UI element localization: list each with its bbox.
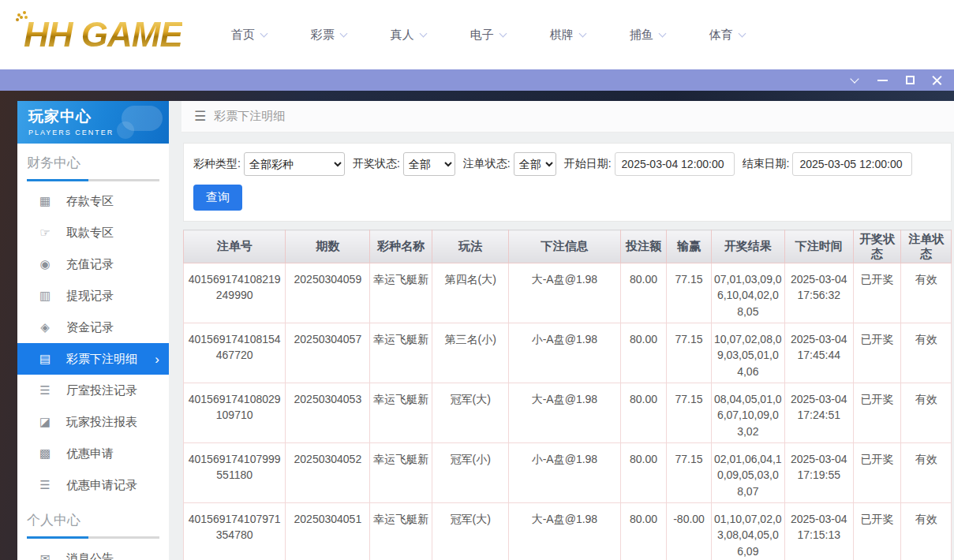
list-icon: ☰ (38, 478, 52, 492)
start-date-label: 开始日期: (564, 157, 612, 171)
table-cell: 80.00 (620, 383, 667, 443)
chevron-down-icon (339, 29, 347, 37)
sidebar-item-withdrawal-records[interactable]: ▥提现记录 (17, 280, 169, 312)
table-cell: 401569174108219249990 (184, 263, 286, 323)
maximize-icon[interactable] (904, 75, 915, 86)
end-date-label: 结束日期: (743, 157, 790, 171)
query-button[interactable]: 查询 (193, 185, 242, 211)
sidebar-item-lottery-bet-details[interactable]: ▤彩票下注明细› (17, 343, 169, 375)
sidebar-section-label: 个人中心 (17, 501, 169, 529)
table-cell: 有效 (901, 383, 952, 443)
table-cell: 幸运飞艇新 (370, 443, 432, 503)
sidebar-menu: 财务中心▦存款专区☞取款专区◉充值记录▥提现记录◈资金记录▤彩票下注明细›☰厅室… (17, 144, 169, 560)
sidebar-item-label: 厅室投注记录 (66, 383, 137, 398)
nav-item-2[interactable]: 彩票 (311, 28, 346, 43)
end-date-input[interactable] (792, 152, 912, 176)
table-cell: 小-A盘@1.98 (509, 443, 620, 503)
nav-item-6[interactable]: 捕鱼 (630, 28, 665, 43)
draw-status-label: 开奖状态: (353, 157, 400, 171)
table-cell: 80.00 (620, 263, 667, 323)
sidebar-item-label: 彩票下注明细 (66, 352, 137, 367)
column-header: 彩种名称 (370, 230, 432, 263)
column-header: 玩法 (432, 230, 509, 263)
hamburger-icon[interactable]: ☰ (194, 108, 206, 125)
nav-item-label: 彩票 (311, 28, 335, 43)
table-row: 40156917410797135478020250304051幸运飞艇新冠军(… (184, 503, 952, 560)
table-body: 40156917410821924999020250304059幸运飞艇新第四名… (184, 263, 952, 560)
sidebar-item-label: 取款专区 (66, 226, 114, 241)
table-cell: 20250304057 (286, 323, 370, 383)
minimize-icon[interactable] (877, 75, 888, 86)
table-cell: 20250304052 (286, 443, 370, 503)
section-underline (27, 536, 159, 539)
sidebar-item-message-announcements[interactable]: ✉消息公告 (17, 543, 169, 560)
sidebar-item-deposit-zone[interactable]: ▦存款专区 (17, 185, 169, 217)
filter-panel: 彩种类型: 全部彩种 开奖状态: 全部 注单状态: 全部 开始日期: 结束日期:… (183, 143, 952, 222)
table-cell: 第三名(小) (432, 323, 509, 383)
table-cell: 已开奖 (853, 443, 901, 503)
table-cell: 有效 (901, 263, 952, 323)
nav-item-4[interactable]: 电子 (470, 28, 506, 43)
column-header: 期数 (286, 230, 370, 263)
nav-item-3[interactable]: 真人 (391, 28, 426, 43)
lottery-type-select[interactable]: 全部彩种 (244, 152, 345, 176)
page-title: 彩票下注明细 (214, 109, 285, 124)
table-cell: 2025-03-04 17:45:44 (784, 323, 853, 383)
nav-item-1[interactable]: 首页 (231, 28, 267, 43)
chart-icon: ◪ (38, 415, 52, 429)
column-header: 下注信息 (509, 230, 620, 263)
table-cell: 77.15 (667, 263, 712, 323)
close-icon[interactable] (932, 75, 943, 86)
table-cell: 大-A盘@1.98 (509, 503, 620, 560)
sidebar-item-label: 存款专区 (66, 194, 114, 209)
table-row: 40156917410815446772020250304057幸运飞艇新第三名… (184, 323, 952, 383)
nav-item-label: 电子 (470, 28, 494, 43)
sidebar-item-hall-bet-records[interactable]: ☰厅室投注记录 (17, 375, 169, 406)
table-cell: 80.00 (620, 443, 667, 503)
gift-icon: ▩ (38, 446, 52, 461)
chevron-down-icon (260, 29, 267, 37)
table-cell: -80.00 (667, 503, 712, 560)
table-cell: 冠军(大) (432, 383, 509, 443)
table-row: 40156917410799955118020250304052幸运飞艇新冠军(… (184, 443, 952, 503)
section-underline (27, 179, 159, 181)
bet-status-select[interactable]: 全部 (514, 152, 556, 176)
nav-item-7[interactable]: 体育 (709, 28, 745, 43)
table-cell: 第四名(大) (432, 263, 509, 323)
column-header: 开奖结果 (711, 230, 784, 263)
table-cell: 08,04,05,01,06,07,10,09,03,02 (711, 383, 784, 443)
chevron-down-icon (499, 29, 507, 37)
start-date-input[interactable] (615, 152, 735, 176)
column-header: 下注时间 (784, 230, 853, 263)
draw-status-select[interactable]: 全部 (403, 152, 455, 176)
window-titlebar (0, 69, 954, 91)
brand-logo[interactable]: HH GAME (16, 15, 182, 54)
table-cell: 77.15 (667, 443, 712, 503)
table-cell: 20250304051 (286, 503, 370, 560)
table-cell: 2025-03-04 17:19:55 (784, 443, 853, 503)
table-cell: 幸运飞艇新 (370, 503, 432, 560)
nav-item-label: 体育 (709, 28, 733, 43)
dropdown-chevron-icon[interactable] (849, 75, 860, 86)
table-cell: 02,01,06,04,10,09,05,03,08,07 (711, 443, 784, 503)
table-cell: 07,01,03,09,06,10,04,02,08,05 (711, 263, 784, 323)
nav-item-label: 真人 (391, 28, 414, 43)
table-cell: 80.00 (620, 323, 667, 383)
sidebar-item-promo-application-records[interactable]: ☰优惠申请记录 (17, 469, 169, 501)
sidebar-item-label: 优惠申请记录 (66, 478, 137, 493)
sidebar-item-promo-application[interactable]: ▩优惠申请 (17, 438, 169, 469)
sidebar-item-player-bet-report[interactable]: ◪玩家投注报表 (17, 406, 169, 438)
table-cell: 2025-03-04 17:24:51 (784, 383, 853, 443)
sidebar-section-label: 财务中心 (17, 144, 169, 172)
deposit-card-icon: ▦ (38, 194, 52, 208)
sidebar-item-withdraw-zone[interactable]: ☞取款专区 (17, 217, 169, 248)
document-icon: ▤ (38, 352, 52, 366)
nav-item-5[interactable]: 棋牌 (550, 28, 585, 43)
money-bag-icon: ◉ (38, 257, 52, 271)
table-cell: 冠军(大) (432, 503, 509, 560)
table-cell: 已开奖 (853, 503, 901, 560)
table-cell: 幸运飞艇新 (370, 263, 432, 323)
sidebar-item-recharge-records[interactable]: ◉充值记录 (17, 248, 169, 280)
table-cell: 小-A盘@1.98 (509, 323, 620, 383)
sidebar-item-fund-records[interactable]: ◈资金记录 (17, 312, 169, 343)
